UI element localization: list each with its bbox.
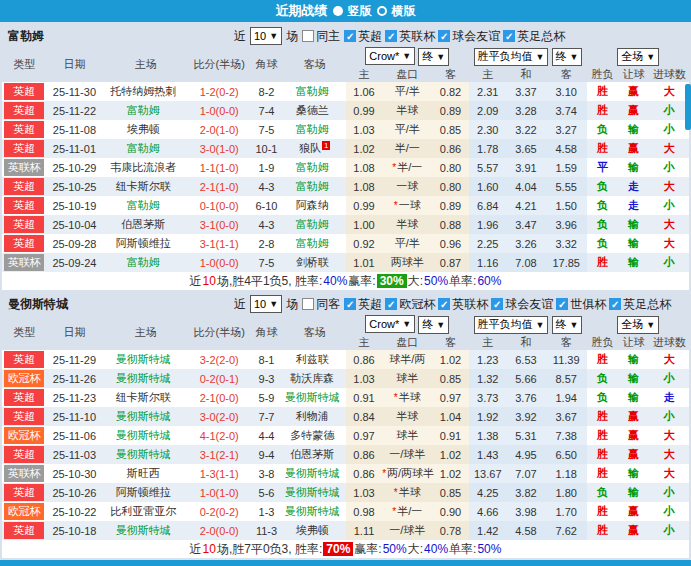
corner-score: 1-3: [249, 502, 283, 521]
chevron-down-icon: ▼: [269, 31, 278, 41]
away-team[interactable]: 曼彻斯特城: [284, 388, 346, 407]
recent-count-select[interactable]: 10▼: [250, 295, 282, 313]
home-team[interactable]: 韦康比流浪者: [103, 158, 189, 177]
home-team[interactable]: 托特纳姆热刺: [103, 82, 189, 101]
match-date: 25-11-06: [46, 426, 102, 445]
odds-source-select[interactable]: Crow*▼: [365, 47, 415, 65]
draw-odds: 3.47: [507, 215, 545, 234]
away-handicap-odds: 0.88: [432, 215, 468, 234]
away-handicap-odds: 0.85: [432, 369, 468, 388]
away-team[interactable]: 曼彻斯特城: [284, 502, 346, 521]
scope-select[interactable]: 全场▼: [617, 316, 659, 334]
odds-source-select[interactable]: Crow*▼: [365, 315, 415, 333]
home-team[interactable]: 纽卡斯尔联: [103, 177, 189, 196]
home-team[interactable]: 比利亚雷亚尔: [103, 502, 189, 521]
draw-odds: 7.07: [507, 464, 545, 483]
table-row: 英超 25-10-04 伯恩茅斯 3-1(0-0) 4-3 富勒姆 1.00 半…: [2, 215, 689, 234]
away-team[interactable]: 富勒姆: [284, 234, 346, 253]
result-outcome: 负: [587, 120, 617, 139]
away-team[interactable]: 曼彻斯特城: [284, 464, 346, 483]
handicap-line: 平/半: [382, 82, 432, 101]
league-filter-checkbox[interactable]: ✓英联杯: [438, 296, 488, 313]
win-odds: 1.38: [469, 426, 507, 445]
vertical-layout-radio[interactable]: [333, 6, 343, 16]
away-team[interactable]: 富勒姆: [284, 120, 346, 139]
away-team[interactable]: 曼彻斯特城: [284, 483, 346, 502]
home-team[interactable]: 纽卡斯尔联: [103, 388, 189, 407]
summary-segment: 大:: [408, 541, 423, 558]
away-team[interactable]: 利兹联: [284, 350, 346, 369]
away-team[interactable]: 富勒姆: [284, 82, 346, 101]
league-filter-checkbox[interactable]: ✓欧冠杯: [385, 296, 435, 313]
handicap-outcome: 赢: [617, 101, 649, 120]
vertical-layout-label[interactable]: 竖版: [348, 3, 372, 20]
home-team[interactable]: 曼彻斯特城: [103, 369, 189, 388]
home-team[interactable]: 曼彻斯特城: [103, 445, 189, 464]
away-team[interactable]: 阿森纳: [284, 196, 346, 215]
home-team[interactable]: 富勒姆: [103, 101, 189, 120]
odds-time-select[interactable]: 终▼: [418, 316, 449, 334]
away-team[interactable]: 勒沃库森: [284, 369, 346, 388]
away-team[interactable]: 富勒姆: [284, 215, 346, 234]
league-filter-checkbox[interactable]: ✓球会友谊: [438, 28, 500, 45]
result-outcome: 胜: [587, 101, 617, 120]
home-team[interactable]: 斯旺西: [103, 464, 189, 483]
win-odds: 6.84: [469, 196, 507, 215]
away-team[interactable]: 桑德兰: [284, 101, 346, 120]
chevron-down-icon: ▼: [402, 319, 411, 329]
away-team[interactable]: 多特蒙德: [284, 426, 346, 445]
col-date: 日期: [46, 314, 102, 350]
away-team[interactable]: 富勒姆: [284, 158, 346, 177]
league-filter-checkbox[interactable]: ✓世俱杯: [556, 296, 606, 313]
summary-segment: 50%: [383, 542, 407, 556]
odds-time-select[interactable]: 终▼: [418, 48, 449, 66]
away-team[interactable]: 埃弗顿: [284, 521, 346, 540]
away-team[interactable]: 利物浦: [284, 407, 346, 426]
away-team[interactable]: 剑桥联: [284, 253, 346, 272]
table-row: 英联杯 25-10-29 韦康比流浪者 1-1(1-0) 1-9 富勒姆 1.0…: [2, 158, 689, 177]
home-team[interactable]: 富勒姆: [103, 196, 189, 215]
league-filter-checkbox[interactable]: ✓英超: [344, 296, 382, 313]
away-team[interactable]: 狼队1: [284, 139, 346, 158]
summary-segment: 单率:: [449, 273, 476, 290]
avg-time-select[interactable]: 终▼: [552, 316, 583, 334]
home-team[interactable]: 富勒姆: [103, 139, 189, 158]
home-team[interactable]: 曼彻斯特城: [103, 350, 189, 369]
home-team[interactable]: 曼彻斯特城: [103, 521, 189, 540]
scope-select[interactable]: 全场▼: [617, 48, 659, 66]
recent-label: 近: [234, 296, 246, 313]
match-score: 3-0(1-0): [189, 139, 249, 158]
corner-score: 10-1: [249, 139, 283, 158]
avg-time-select[interactable]: 终▼: [552, 48, 583, 66]
avg-odds-select[interactable]: 胜平负均值▼: [474, 316, 549, 334]
draw-odds: 4.58: [507, 521, 545, 540]
horizontal-layout-radio[interactable]: [377, 6, 387, 16]
match-date: 25-10-22: [46, 502, 102, 521]
home-team[interactable]: 富勒姆: [103, 253, 189, 272]
horizontal-scrollbar[interactable]: [0, 560, 691, 566]
table-row: 欧冠杯 25-10-22 比利亚雷亚尔 0-2(0-2) 1-3 曼彻斯特城 0…: [2, 502, 689, 521]
same-venue-checkbox[interactable]: 同主: [302, 28, 340, 45]
home-team[interactable]: 伯恩茅斯: [103, 215, 189, 234]
home-team[interactable]: 阿斯顿维拉: [103, 234, 189, 253]
league-filter-checkbox[interactable]: ✓英足总杯: [609, 296, 671, 313]
same-venue-checkbox[interactable]: 同客: [302, 296, 340, 313]
home-team[interactable]: 曼彻斯特城: [103, 426, 189, 445]
vertical-scrollbar-thumb[interactable]: [685, 84, 691, 130]
league-filter-checkbox[interactable]: ✓英联杯: [385, 28, 435, 45]
league-badge: 英超: [2, 196, 46, 215]
chevron-down-icon: ▼: [402, 51, 411, 61]
avg-odds-select[interactable]: 胜平负均值▼: [474, 48, 549, 66]
away-team[interactable]: 伯恩茅斯: [284, 445, 346, 464]
league-filter-checkbox[interactable]: ✓英超: [344, 28, 382, 45]
league-filter-checkbox[interactable]: ✓英足总杯: [503, 28, 565, 45]
home-team[interactable]: 曼彻斯特城: [103, 407, 189, 426]
home-handicap-odds: 0.99: [346, 101, 382, 120]
horizontal-layout-label[interactable]: 横版: [392, 3, 416, 20]
league-filter-checkbox[interactable]: ✓球会友谊: [491, 296, 553, 313]
home-team[interactable]: 埃弗顿: [103, 120, 189, 139]
recent-count-select[interactable]: 10▼: [250, 27, 282, 45]
home-team[interactable]: 阿斯顿维拉: [103, 483, 189, 502]
away-team[interactable]: 富勒姆: [284, 177, 346, 196]
table-row: 英超 25-11-03 曼彻斯特城 3-1(2-1) 9-4 伯恩茅斯 0.86…: [2, 445, 689, 464]
